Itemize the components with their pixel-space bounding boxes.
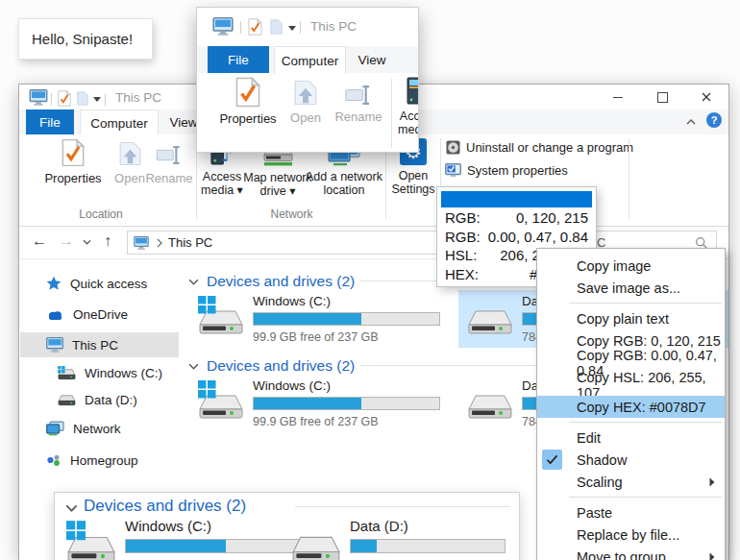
snip-access-media-button: Accessmedia ▾ [395,77,418,136]
data-drive-icon [467,384,513,423]
section-header-devices-1[interactable]: Devices and drives (2) [188,273,355,290]
help-glyph: ? [711,114,718,126]
minimize-button[interactable] [596,85,640,110]
menu-item-label: Shadow [577,452,627,468]
context-menu: Copy image Save image as... Copy plain t… [536,248,726,560]
open-icon [294,79,317,107]
snip-rename-button: Rename [332,79,385,124]
menu-item-copy-hsl[interactable]: Copy HSL: 206, 255, 107 [537,374,725,396]
rename-label: Rename [334,110,382,124]
uninstall-program-button[interactable]: Uninstall or change a program [446,140,633,155]
open-label: Open [114,172,145,185]
drive-usage-fill [351,540,377,552]
drive-tile-windows-c[interactable]: Windows (C:) 99.9 GB free of 237 GB [198,378,440,428]
color-row-label: HEX: [445,265,479,284]
separator [300,21,301,34]
network-icon [46,421,64,436]
snip-tabstrip: File Computer View [197,46,418,73]
menu-item-paste[interactable]: Paste [537,501,725,523]
menu-item-shadow[interactable]: Shadow [537,449,725,471]
snip-this-pc-window[interactable]: This PC File Computer View Properties Op… [197,8,418,152]
tab-file[interactable]: File [26,110,74,134]
menu-separator [569,422,722,423]
menu-item-label: Copy image [577,258,651,274]
menu-item-copy-image[interactable]: Copy image [537,255,725,277]
tab-computer[interactable]: Computer [80,110,159,135]
color-row-rgb: RGB: 0, 120, 215 [440,208,593,228]
checkmark-box [542,450,562,470]
help-icon[interactable]: ? [706,112,722,128]
breadcrumb[interactable]: This PC [168,235,212,250]
breadcrumb-chevron-icon[interactable] [157,238,162,248]
drive-name: Windows (C:) [253,294,440,309]
drive-name: Windows (C:) [125,518,300,535]
sidebar-item-homegroup[interactable]: Homegroup [46,449,138,472]
windows-drive-icon [198,296,244,338]
menu-item-edit[interactable]: Edit [537,426,725,449]
qat-dropdown-icon [288,26,296,31]
rename-button[interactable]: Rename [146,138,192,185]
menu-item-save-image-as[interactable]: Save image as... [537,277,725,299]
collapse-chevron-icon [65,504,78,512]
snip-hello-note[interactable]: Hello, Snipaste! [19,19,152,59]
recent-locations-icon[interactable] [83,239,91,245]
uninstall-label: Uninstall or change a program [466,140,633,155]
menu-separator [569,497,722,498]
add-network-location-label: Add a networklocation [306,171,382,197]
color-swatch [441,191,592,207]
group-label-location: Location [43,207,159,221]
snip-properties-button: Properties [218,77,278,126]
sidebar-item-data-d[interactable]: Data (D:) [58,388,137,411]
properties-quick-icon[interactable] [58,90,71,107]
minimize-ribbon-icon[interactable] [686,119,696,125]
menu-item-label: Copy plain text [577,311,669,327]
sidebar-item-quick-access[interactable]: Quick access [46,272,147,295]
system-properties-button[interactable]: System properties [445,163,568,178]
sidebar-item-network[interactable]: Network [46,417,121,440]
menu-item-move-to-group[interactable]: Move to group [537,546,725,560]
drive-usage-bar [350,539,506,553]
rename-label: Rename [145,172,192,185]
up-button[interactable]: ↑ [104,233,111,249]
qat-dropdown-icon[interactable] [93,97,101,102]
color-row-value: 0, 120, 215 [516,208,588,228]
open-label: Open [290,111,321,125]
snip-window-title: This PC [310,19,357,34]
rename-icon [156,145,183,165]
separator [391,79,392,148]
sidebar-item-label: This PC [72,338,118,353]
submenu-arrow-icon [709,477,715,487]
new-item-quick-icon[interactable] [77,91,88,106]
maximize-button[interactable] [640,85,684,110]
sidebar-item-onedrive[interactable]: OneDrive [46,303,128,326]
menu-item-replace-by-file[interactable]: Replace by file... [537,523,725,546]
maximize-icon [657,92,668,103]
properties-label: Properties [219,112,276,126]
snip-devices-zoomed[interactable]: Devices and drives (2) Windows (C:) 99.9… [55,493,519,560]
sidebar-item-windows-c[interactable]: Windows (C:) [58,361,162,384]
access-media-label: Accessmedia ▾ [201,171,243,197]
drive-name: Windows (C:) [253,378,440,394]
drive-tile-windows-c[interactable]: Windows (C:) 99.9 GB free of 237 GB [198,294,440,344]
color-row-label: HSL: [445,246,477,265]
quick-access-star-icon [46,276,62,291]
section-header-devices-2[interactable]: Devices and drives (2) [188,357,355,375]
drive-name: Data (D:) [350,518,506,535]
system-properties-icon [445,163,461,178]
new-item-quick-icon [270,19,283,35]
menu-item-copy-plain-text[interactable]: Copy plain text [537,307,725,329]
properties-button[interactable]: Properties [43,138,103,185]
sidebar-item-this-pc[interactable]: This PC [46,333,118,356]
sidebar-item-label: Homegroup [70,453,138,468]
open-icon [119,140,141,167]
tab-file-label: File [228,53,249,67]
menu-item-scaling[interactable]: Scaling [537,471,725,493]
drive-free-space: 99.9 GB free of 237 GB [253,330,440,344]
back-button[interactable]: ← [32,233,47,249]
drive-usage-fill [126,540,226,552]
color-row-rgb-float: RGB: 0.00, 0.47, 0.84 [440,228,593,247]
menu-item-copy-hex[interactable]: Copy HEX: #0078D7 [537,396,725,418]
forward-button[interactable]: → [59,233,74,249]
sidebar-item-label: Windows (C:) [85,366,162,380]
close-button[interactable] [684,85,728,110]
